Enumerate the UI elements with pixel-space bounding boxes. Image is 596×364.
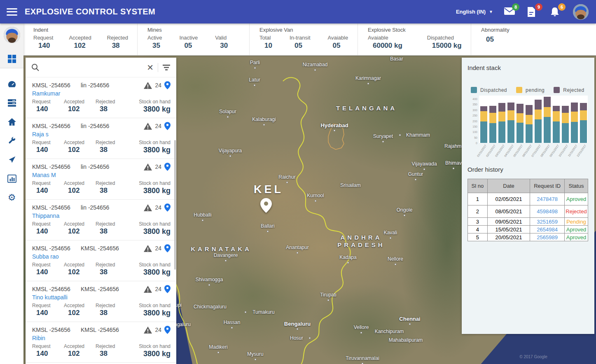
card-stock-label: Stock on hand xyxy=(139,140,171,145)
stacked-bar[interactable] xyxy=(562,106,569,143)
map-label-city: Khammam xyxy=(406,132,430,138)
stacked-bar[interactable] xyxy=(526,105,533,143)
speedometer-icon[interactable] xyxy=(7,79,17,89)
fleet-card[interactable]: KMSL -254656 lin -254656 24 Thippanna Re… xyxy=(26,200,176,240)
stacked-bar[interactable] xyxy=(480,106,487,143)
bar-chart-icon[interactable] xyxy=(7,174,17,184)
location-pin-icon[interactable] xyxy=(164,285,171,293)
card-holder-name[interactable]: Manas M xyxy=(32,172,171,178)
location-pin-icon[interactable] xyxy=(164,81,171,89)
city-dot xyxy=(245,311,247,313)
location-pin-icon[interactable] xyxy=(164,244,171,252)
location-pin-icon[interactable] xyxy=(164,203,171,212)
stat-label: Avaiable xyxy=(328,35,348,41)
fleet-card[interactable]: KMSL -254656 lin -254656 24 Ramkumar Req… xyxy=(26,77,176,118)
fleet-card[interactable]: KMSL -254656 KMSL -254656 24 Subba rao R… xyxy=(26,240,176,281)
home-icon[interactable] xyxy=(7,117,17,127)
card-holder-name[interactable]: Raja s xyxy=(32,131,171,138)
user-avatar[interactable] xyxy=(573,4,589,20)
warning-icon xyxy=(144,82,152,89)
status-badge: Aproved xyxy=(565,233,588,241)
stacked-bar[interactable] xyxy=(507,103,514,143)
card-secondary-id: lin -254656 xyxy=(81,163,144,170)
card-stock-value: 3800 kg xyxy=(143,105,171,114)
legend-item: Rejected xyxy=(554,87,584,93)
warning-icon xyxy=(144,204,152,211)
fleet-card[interactable]: KMSL -254656 lin -254656 24 Manas M Requ… xyxy=(26,159,176,200)
sidebar-avatar[interactable] xyxy=(4,27,20,43)
location-pin-icon[interactable] xyxy=(164,163,171,171)
stacked-bar[interactable] xyxy=(498,103,505,143)
filter-icon[interactable] xyxy=(162,64,171,71)
cell-request-id[interactable]: 3251659 xyxy=(530,218,565,226)
cell-request-id[interactable]: 4598498 xyxy=(530,205,565,218)
location-pin-icon[interactable] xyxy=(164,326,171,334)
card-holder-name[interactable]: Subba rao xyxy=(32,253,171,260)
stacked-bar[interactable] xyxy=(553,106,560,143)
y-axis-tick: 200 xyxy=(472,119,477,122)
cell-request-id[interactable]: 2565989 xyxy=(530,233,565,241)
card-holder-name[interactable]: Tino kuttapalli xyxy=(32,294,171,301)
table-row: 2 08/05/2021 4598498 Rejected xyxy=(468,205,588,218)
cell-request-id[interactable]: 2478478 xyxy=(530,193,565,205)
search-input[interactable] xyxy=(44,64,143,71)
card-secondary-id: KMSL -254656 xyxy=(81,327,144,333)
cell-request-id[interactable]: 2654984 xyxy=(530,226,565,233)
map-label-city: Ballari xyxy=(261,223,274,229)
alert-count: 24 xyxy=(155,163,161,170)
language-selector[interactable]: English (IN) ▼ xyxy=(456,9,493,15)
map-label-city: Vellore xyxy=(354,324,369,330)
messages-button[interactable]: 8 xyxy=(504,7,516,17)
stacked-bar[interactable] xyxy=(535,100,542,143)
menu-icon[interactable] xyxy=(7,8,17,16)
list-scrollbar[interactable] xyxy=(174,140,176,270)
grid-dashboard-icon[interactable] xyxy=(7,54,17,64)
card-holder-name[interactable]: Ramkumar xyxy=(32,90,171,97)
settings-gear-icon[interactable]: ⚙ xyxy=(7,193,17,203)
card-holder-name[interactable]: Thippanna xyxy=(32,212,171,219)
kel-map-pin-icon[interactable] xyxy=(260,198,272,213)
stat-section: Abnormality 05 xyxy=(471,23,596,55)
card-rejected-value: 38 xyxy=(96,146,127,154)
stat-value: 10 xyxy=(259,42,272,50)
city-dot xyxy=(217,352,220,354)
list-icon[interactable] xyxy=(7,98,17,108)
card-accepted-label: Accepted xyxy=(64,99,96,105)
map-label-city: Hassan xyxy=(224,320,241,325)
stat-value: 102 xyxy=(69,42,91,50)
stacked-bar[interactable] xyxy=(580,103,587,143)
stat-item: Active 35 xyxy=(147,35,162,50)
map-label-city: Kavali xyxy=(384,230,397,236)
city-dot xyxy=(327,299,330,301)
search-icon[interactable] xyxy=(31,63,40,72)
legend-item: pending xyxy=(516,87,545,93)
location-pin-icon[interactable] xyxy=(164,122,171,130)
card-rejected-value: 38 xyxy=(96,350,127,358)
map-label-city: Anantapur xyxy=(286,245,309,250)
chevron-down-icon: ▼ xyxy=(489,9,493,14)
card-primary-id: KMSL -254656 xyxy=(32,327,81,333)
stacked-bar[interactable] xyxy=(489,106,496,143)
card-rejected-label: Rejected xyxy=(96,180,127,186)
clear-search-icon[interactable]: ✕ xyxy=(147,63,154,72)
card-secondary-id: lin -254656 xyxy=(81,123,144,129)
reports-button[interactable]: 9 xyxy=(527,7,539,17)
fleet-card[interactable]: KMSL -254656 KMSL -254656 24 Ribin Reque… xyxy=(26,322,176,363)
alert-count: 24 xyxy=(155,245,161,252)
card-stock-label: Stock on hand xyxy=(139,343,171,349)
fleet-card[interactable]: KMSL -254656 KMSL -254656 24 Tino kuttap… xyxy=(26,281,176,322)
fleet-card[interactable]: KMSL -254656 lin -254656 24 Raja s Reque… xyxy=(26,118,176,159)
nav-sidebar: ⚙ xyxy=(0,23,23,364)
wrench-icon[interactable] xyxy=(7,136,17,146)
card-request-value: 140 xyxy=(32,309,64,317)
card-holder-name[interactable]: Ribin xyxy=(32,335,171,341)
map-label-city-bold: Chennai xyxy=(399,316,420,322)
alerts-button[interactable]: 6 xyxy=(550,7,562,17)
stacked-bar[interactable] xyxy=(517,104,524,143)
stacked-bar[interactable] xyxy=(571,103,578,143)
card-request-value: 140 xyxy=(32,146,64,154)
stacked-bar[interactable] xyxy=(544,97,551,143)
stat-value: 05 xyxy=(290,42,311,50)
app-window: ParliBasarNizamabadKarimnagarLaturSolapu… xyxy=(0,0,596,364)
rocket-icon[interactable] xyxy=(7,155,17,165)
